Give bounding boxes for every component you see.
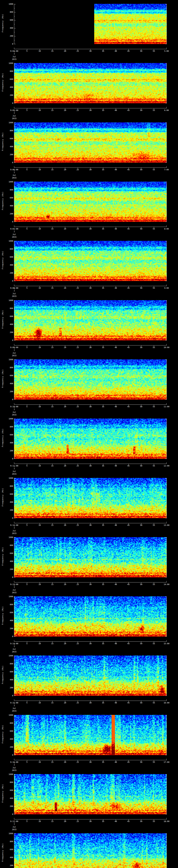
y-minor-tick	[166, 277, 167, 277]
y-tick-label: 800	[0, 70, 13, 72]
spectrogram-canvas	[14, 4, 167, 44]
x-tick-label: 25	[72, 406, 83, 408]
y-tick-label: 200	[0, 450, 13, 452]
date-level-tick	[14, 644, 14, 645]
date-level-tick	[14, 466, 14, 467]
x-tick-label: 20	[60, 228, 70, 230]
y-tick-label: 0	[0, 399, 13, 401]
x-tick-label: 40	[111, 110, 121, 112]
x-end-time-label: 16:00	[158, 702, 175, 704]
y-major-tick	[14, 731, 16, 732]
y-major-tick	[165, 273, 167, 273]
y-tick-label: 600	[0, 789, 13, 792]
y-minor-tick	[166, 684, 167, 684]
y-major-tick	[165, 510, 167, 510]
y-minor-tick	[166, 127, 167, 127]
x-tick-label: 30	[85, 228, 96, 230]
x-tick-label: 35	[98, 643, 108, 645]
y-major-tick	[165, 723, 167, 723]
y-major-tick	[14, 502, 16, 502]
spectrogram-panel: Frequency (Hz) 9:09:00 10:00 7 Jul 2015 …	[0, 300, 178, 360]
x-tick-label: 50	[136, 169, 146, 171]
y-minor-tick	[166, 447, 167, 447]
x-tick-label: 10	[34, 287, 45, 289]
x-tick-label: 55	[149, 346, 159, 349]
y-axis-title: Frequency (Hz)	[2, 606, 4, 625]
date-level-tick	[14, 585, 14, 586]
x-tick-label: 40	[111, 584, 121, 586]
x-tick-label: 15	[47, 287, 58, 289]
x-end-tick	[166, 48, 167, 49]
spectrogram-stack: Frequency (Hz) 9:04:00 5:00 7 Jul 2015 1…	[0, 0, 178, 868]
y-major-tick	[165, 399, 167, 400]
date-label-month: Jul	[6, 56, 23, 58]
x-tick-label: 35	[98, 346, 108, 349]
y-axis-title: Frequency (Hz)	[2, 665, 4, 684]
date-level-tick	[14, 170, 14, 171]
x-tick-label: 25	[72, 761, 83, 763]
y-major-tick	[14, 87, 16, 88]
y-major-tick	[165, 12, 167, 12]
x-tick-label: 35	[98, 584, 108, 586]
y-major-tick	[14, 155, 16, 155]
y-major-tick	[14, 206, 16, 206]
y-major-tick	[14, 782, 16, 783]
x-tick-label: 35	[98, 820, 108, 823]
x-tick-label: 45	[123, 761, 134, 763]
y-minor-tick	[14, 632, 15, 633]
y-major-tick	[14, 747, 16, 747]
y-minor-tick	[14, 194, 15, 194]
x-tick-label: 55	[149, 524, 159, 526]
x-tick-label: 20	[60, 584, 70, 586]
y-tick-label: 400	[0, 442, 13, 444]
y-major-tick	[165, 44, 167, 44]
y-tick-label: 0	[0, 636, 13, 638]
y-major-tick	[165, 553, 167, 554]
y-major-tick	[165, 123, 167, 123]
y-major-tick	[165, 147, 167, 147]
y-major-tick	[165, 392, 167, 392]
y-tick-label: 800	[0, 545, 13, 547]
x-tick-label: 40	[111, 643, 121, 645]
y-minor-tick	[166, 245, 167, 245]
spectrogram-panel: Frequency (Hz) 9:18:00 19:00 7 Jul 2015 …	[0, 833, 178, 868]
x-end-time-label: 10:00	[158, 346, 175, 349]
y-major-tick	[165, 486, 167, 487]
y-minor-tick	[166, 565, 167, 566]
y-major-tick	[165, 798, 167, 799]
y-minor-tick	[14, 439, 15, 439]
y-major-tick	[165, 79, 167, 80]
x-end-time-label: 13:00	[158, 524, 175, 526]
x-tick-label: 55	[149, 287, 159, 289]
y-major-tick	[14, 604, 16, 605]
spectrogram-canvas	[14, 833, 167, 868]
x-tick-label: 20	[60, 761, 70, 763]
spectrogram-panel: Frequency (Hz) 9:14:00 15:00 7 Jul 2015 …	[0, 596, 178, 656]
y-tick-label: 200	[0, 94, 13, 96]
x-tick-label: 15	[47, 524, 58, 526]
x-tick-label: 30	[85, 110, 96, 112]
date-label-month: Jul	[6, 411, 23, 413]
date-label-year: 2015	[6, 532, 23, 534]
x-tick-label: 10	[34, 110, 45, 112]
y-major-tick	[165, 155, 167, 155]
y-major-tick	[165, 561, 167, 562]
x-tick-label: 45	[123, 702, 134, 704]
spectrogram-panel: Frequency (Hz) 9:07:00 8:00 7 Jul 2015 1…	[0, 182, 178, 241]
x-tick-label: 30	[85, 287, 96, 289]
x-tick-label: 15	[47, 169, 58, 171]
x-end-time-label: 18:00	[158, 820, 175, 823]
spectrogram-panel: Frequency (Hz) 9:10:00 11:00 7 Jul 2015 …	[0, 359, 178, 419]
x-tick-label: 15	[47, 465, 58, 467]
y-tick-label: 1000	[0, 596, 13, 598]
x-tick-label: 5	[22, 346, 32, 349]
y-major-tick	[165, 537, 167, 538]
x-tick-label: 25	[72, 110, 83, 112]
y-major-tick	[14, 360, 16, 360]
y-axis-title: Frequency (Hz)	[2, 784, 4, 803]
x-end-time-label: 7:00	[158, 169, 175, 171]
y-minor-tick	[14, 719, 15, 719]
spectrogram-panel: Frequency (Hz) 9:08:00 9:00 7 Jul 2015 1…	[0, 241, 178, 300]
spectrogram-canvas	[14, 537, 167, 578]
date-label-month: Jul	[6, 174, 23, 176]
